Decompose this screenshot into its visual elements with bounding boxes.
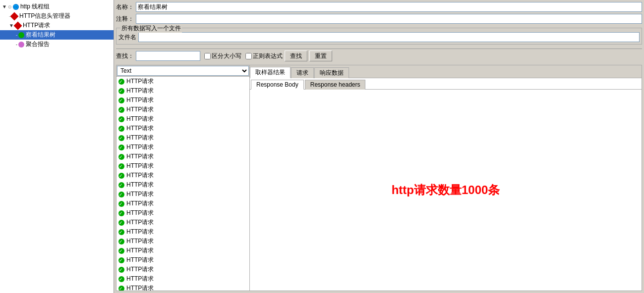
sidebar: ▼ ⊙ 🌐 http 线程组 - HTTP信息头管理器 ▼ HTTP请求 - 察… [0, 0, 114, 293]
view-type-dropdown[interactable]: Text JSON XML HTML [117, 66, 249, 76]
diamond-icon [13, 21, 22, 30]
check-icon [118, 267, 124, 273]
sidebar-item-http-header[interactable]: - HTTP信息头管理器 [0, 11, 114, 21]
check-icon [118, 239, 124, 244]
pink-circle-icon [18, 42, 24, 48]
comment-input[interactable] [136, 14, 642, 24]
check-icon [118, 257, 124, 263]
list-item[interactable]: HTTP请求 [117, 152, 249, 161]
list-item[interactable]: HTTP请求 [117, 190, 249, 199]
reset-button[interactable]: 重置 [309, 50, 332, 61]
check-icon [118, 173, 124, 179]
check-icon [118, 79, 124, 85]
dash-icon: - [16, 33, 17, 38]
check-icon [118, 276, 124, 282]
check-icon [118, 248, 124, 254]
check-icon [118, 98, 124, 103]
tab-request[interactable]: 请求 [291, 67, 314, 78]
file-group-box: 所有数据写入一个文件 文件名 [116, 28, 642, 45]
list-header: Text JSON XML HTML [117, 65, 249, 77]
response-body-area: http请求数量1000条 [250, 90, 642, 291]
green-circle-icon [18, 32, 24, 38]
list-item[interactable]: HTTP请求 [117, 227, 249, 237]
sub-tab-response-body[interactable]: Response Body [251, 80, 304, 90]
find-button[interactable]: 查找 [285, 50, 307, 61]
name-label: 名称： [116, 3, 134, 11]
name-input[interactable] [136, 2, 642, 12]
list-item[interactable]: HTTP请求 [117, 124, 249, 133]
list-item[interactable]: HTTP请求 [117, 274, 249, 284]
list-item[interactable]: HTTP请求 [117, 208, 249, 218]
sidebar-label: 聚合报告 [26, 40, 50, 49]
search-bar: 查找： 区分大小写 正则表达式 查找 重置 [116, 49, 642, 63]
diamond-icon [10, 12, 19, 20]
world-icon: 🌐 [13, 4, 19, 10]
list-item[interactable]: HTTP请求 [117, 265, 249, 274]
check-icon [118, 182, 124, 188]
list-item[interactable]: HTTP请求 [117, 284, 249, 291]
check-icon [118, 201, 124, 207]
sidebar-item-view-results[interactable]: - 察看结果树 [0, 30, 114, 40]
sub-tab-bar: Response Body Response headers [250, 78, 642, 90]
list-item[interactable]: HTTP请求 [117, 199, 249, 208]
check-icon [118, 135, 124, 141]
search-input[interactable] [136, 51, 200, 61]
list-item[interactable]: HTTP请求 [117, 237, 249, 246]
lower-section: Text JSON XML HTML HTTP请求HTTP请求HTTP请求HTT… [116, 65, 642, 291]
filename-label: 文件名 [118, 33, 136, 42]
tab-content: Response Body Response headers http请求数量1… [250, 78, 642, 291]
sidebar-label: 察看结果树 [26, 31, 56, 39]
check-icon [118, 154, 124, 160]
regex-checkbox[interactable]: 正则表达式 [245, 52, 283, 60]
check-icon [118, 116, 124, 122]
list-item[interactable]: HTTP请求 [117, 133, 249, 143]
right-panel: 取样器结果 请求 响应数据 Response Body Response hea… [250, 65, 642, 291]
list-item[interactable]: HTTP请求 [117, 86, 249, 96]
list-item[interactable]: HTTP请求 [117, 77, 249, 86]
list-item[interactable]: HTTP请求 [117, 105, 249, 114]
check-icon [118, 145, 124, 150]
comment-row: 注释： [116, 14, 642, 24]
check-icon [118, 210, 124, 216]
list-item[interactable]: HTTP请求 [117, 180, 249, 190]
name-row: 名称： [116, 2, 642, 12]
check-icon [118, 220, 124, 226]
check-icon [118, 229, 124, 235]
expand-icon: ▼ [2, 4, 7, 9]
list-item[interactable]: HTTP请求 [117, 161, 249, 171]
sidebar-label: HTTP请求 [23, 21, 50, 30]
sidebar-item-http-request[interactable]: ▼ HTTP请求 [0, 21, 114, 30]
check-icon [118, 88, 124, 94]
sidebar-label: http 线程组 [20, 2, 50, 11]
check-icon [118, 107, 124, 113]
tab-bar: 取样器结果 请求 响应数据 [250, 65, 642, 78]
list-item[interactable]: HTTP请求 [117, 255, 249, 265]
list-body[interactable]: HTTP请求HTTP请求HTTP请求HTTP请求HTTP请求HTTP请求HTTP… [117, 77, 249, 291]
check-icon [118, 192, 124, 197]
list-item[interactable]: HTTP请求 [117, 96, 249, 105]
main-content: 名称： 注释： 所有数据写入一个文件 文件名 查找： 区分大小写 正则表达式 查… [114, 0, 644, 293]
list-item[interactable]: HTTP请求 [117, 143, 249, 152]
list-item[interactable]: HTTP请求 [117, 171, 249, 180]
sidebar-label: HTTP信息头管理器 [19, 12, 70, 20]
group-box-legend: 所有数据写入一个文件 [120, 24, 182, 33]
tab-response-data[interactable]: 响应数据 [314, 67, 349, 78]
dash-icon: - [16, 42, 17, 47]
check-icon [118, 163, 124, 169]
case-sensitive-checkbox[interactable]: 区分大小写 [204, 52, 241, 60]
tab-sampler-result[interactable]: 取样器结果 [250, 67, 291, 78]
sidebar-item-aggregate-report[interactable]: - 聚合报告 [0, 40, 114, 49]
search-label: 查找： [116, 52, 134, 60]
response-message: http请求数量1000条 [392, 182, 500, 198]
comment-label: 注释： [116, 15, 134, 23]
list-item[interactable]: HTTP请求 [117, 218, 249, 227]
sidebar-item-http-group[interactable]: ▼ ⊙ 🌐 http 线程组 [0, 2, 114, 11]
list-item[interactable]: HTTP请求 [117, 246, 249, 255]
sub-tab-response-headers[interactable]: Response headers [305, 80, 366, 90]
circle-icon: ⊙ [8, 4, 12, 9]
check-icon [118, 126, 124, 132]
filename-input[interactable] [138, 32, 640, 42]
check-icon [118, 286, 124, 291]
list-panel: Text JSON XML HTML HTTP请求HTTP请求HTTP请求HTT… [116, 65, 250, 291]
list-item[interactable]: HTTP请求 [117, 114, 249, 124]
